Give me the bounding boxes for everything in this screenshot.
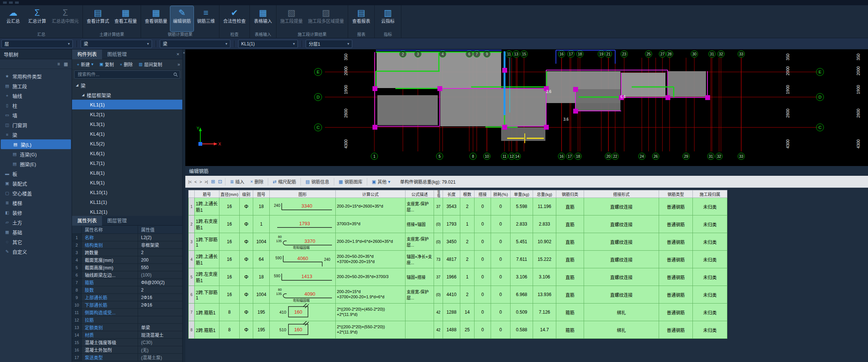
- calc-formula[interactable]: 3700/3+35*d: [336, 215, 405, 233]
- calc-formula[interactable]: 2*((200-2*20)+(450-2*20)) +2*(11.9*d): [336, 304, 405, 321]
- property-value[interactable]: 非框架梁: [138, 241, 182, 248]
- grade-symbol[interactable]: Φ: [240, 198, 253, 215]
- lap[interactable]: 0: [475, 304, 491, 321]
- quantity[interactable]: 25: [460, 321, 475, 339]
- formula-desc[interactable]: 支座宽-保护层...: [405, 286, 434, 304]
- property-value[interactable]: L2(2): [138, 234, 182, 241]
- rebar-name[interactable]: 2跨.左支座筋1: [195, 268, 219, 286]
- quantity[interactable]: 2: [460, 233, 475, 251]
- diameter[interactable]: 8: [219, 304, 240, 321]
- list-view-icon[interactable]: ≡: [57, 61, 60, 67]
- unit-weight[interactable]: 0.588: [511, 321, 533, 339]
- unit-weight[interactable]: 7.611: [511, 251, 533, 268]
- total-weight[interactable]: 14.7: [533, 321, 556, 339]
- unit-weight[interactable]: 3.106: [511, 268, 533, 286]
- property-row[interactable]: 8肢数2: [72, 286, 182, 294]
- unit-weight[interactable]: 5.451: [511, 233, 533, 251]
- property-value[interactable]: 2: [138, 249, 182, 256]
- diameter[interactable]: 8: [219, 321, 240, 339]
- bend-adjust[interactable]: 42: [434, 304, 443, 321]
- tree-item[interactable]: ◢楼层框架梁: [72, 90, 182, 100]
- loss[interactable]: 0: [491, 304, 511, 321]
- ribbon-button[interactable]: ▤查看报表: [350, 6, 373, 31]
- grade-symbol[interactable]: Φ: [240, 321, 253, 339]
- diameter[interactable]: 16: [219, 286, 240, 304]
- tree-item[interactable]: ◢梁: [72, 80, 182, 90]
- tree-item[interactable]: KL2(1): [72, 109, 182, 119]
- row-number[interactable]: 3: [189, 233, 195, 251]
- formula-desc[interactable]: 锚固+搭接: [405, 268, 434, 286]
- record-nav-button[interactable]: >|: [204, 180, 208, 184]
- bend-adjust[interactable]: 73: [434, 251, 443, 268]
- rebar-row[interactable]: 52跨.左支座筋116Φ185901413200-20+50-20+35*d+3…: [189, 268, 727, 286]
- calc-formula[interactable]: 200-20+1.9*d+6*d+2600+35*d: [336, 233, 405, 251]
- undo-icon[interactable]: [9, 1, 13, 4]
- construction-section[interactable]: 未归类: [693, 215, 727, 233]
- record-nav-button[interactable]: |<: [188, 180, 192, 184]
- property-value[interactable]: 550: [138, 264, 182, 271]
- close-icon[interactable]: ×: [183, 51, 185, 55]
- property-row[interactable]: 11侧面构造或受...: [72, 309, 182, 316]
- lap[interactable]: 0: [475, 286, 491, 304]
- sidebar-item[interactable]: ▯柱: [0, 100, 72, 110]
- sidebar-item[interactable]: ▬板: [0, 169, 72, 178]
- sidebar-item[interactable]: ▦基础: [0, 227, 72, 237]
- property-row[interactable]: 17泵送类型(混凝土泵): [72, 354, 182, 361]
- more-icon[interactable]: »: [177, 62, 180, 67]
- locate-icon[interactable]: ⊡: [218, 179, 222, 184]
- row-number[interactable]: 5: [189, 268, 195, 286]
- quantity[interactable]: 2: [460, 198, 475, 215]
- loss[interactable]: 0: [491, 198, 511, 215]
- context-select[interactable]: 梁▾: [81, 40, 152, 48]
- row-number[interactable]: 2: [189, 215, 195, 233]
- steel-type[interactable]: 普通钢筋: [659, 304, 693, 321]
- panel-tab[interactable]: 属性列表: [72, 216, 102, 226]
- lap-type[interactable]: 直螺纹连接: [584, 233, 659, 251]
- shape-diagram[interactable]: 510160: [270, 321, 336, 339]
- lap[interactable]: 0: [475, 198, 491, 215]
- property-value[interactable]: 200: [138, 256, 182, 263]
- rebar-toolbar-button[interactable]: ≣插入: [228, 178, 246, 185]
- shape-number[interactable]: 64: [253, 251, 270, 268]
- quantity[interactable]: 2: [460, 251, 475, 268]
- shape-number[interactable]: 195: [253, 321, 270, 339]
- shape-diagram[interactable]: 1793: [270, 215, 336, 233]
- ribbon-button[interactable]: ≡钢筋三维: [194, 6, 218, 31]
- diameter[interactable]: 16: [219, 198, 240, 215]
- sidebar-item[interactable]: ▤梁(L): [1, 139, 71, 149]
- lap-type[interactable]: 绑扎: [584, 321, 659, 339]
- sidebar-item[interactable]: +轴线: [0, 91, 72, 100]
- table-grid-icon[interactable]: ⊞: [211, 179, 215, 184]
- rebar-row[interactable]: 62跨.下部筋116Φ1004801354090弯钩锚固端200-20+15*d…: [189, 286, 727, 304]
- rebar-class[interactable]: 直筋: [556, 233, 584, 251]
- property-row[interactable]: 6轴线距梁左边...(100): [72, 271, 182, 279]
- sidebar-item[interactable]: ▱土方: [0, 217, 72, 227]
- bend-adjust[interactable]: 37: [434, 198, 443, 215]
- quantity[interactable]: 1: [460, 268, 475, 286]
- tree-item[interactable]: KL12(1): [72, 207, 182, 216]
- sidebar-item[interactable]: ≣楼梯: [0, 198, 72, 208]
- property-value[interactable]: [138, 309, 182, 316]
- context-select[interactable]: 层▾: [2, 40, 73, 48]
- length[interactable]: 1966: [443, 268, 460, 286]
- ribbon-button[interactable]: ▦表格输入: [251, 6, 275, 31]
- sidebar-item[interactable]: ★常用构件类型: [0, 71, 72, 81]
- property-value[interactable]: Φ8@200(2): [138, 279, 182, 286]
- ribbon-button[interactable]: ▤查看计算式: [84, 6, 111, 31]
- total-weight[interactable]: 11.196: [533, 198, 556, 215]
- property-value[interactable]: 2Φ16: [138, 301, 182, 308]
- bend-adjust[interactable]: 37: [434, 268, 443, 286]
- formula-desc[interactable]: 搭接+锚固: [405, 215, 434, 233]
- loss[interactable]: 0: [491, 268, 511, 286]
- panel-tab[interactable]: 构件列表: [72, 49, 102, 59]
- sidebar-item[interactable]: ▤圈梁(E): [0, 159, 72, 169]
- context-select[interactable]: 分层1▾: [306, 40, 352, 48]
- lap-type[interactable]: 直螺纹连接: [584, 286, 659, 304]
- sidebar-item[interactable]: ✎自定义: [0, 247, 72, 256]
- total-weight[interactable]: 13.936: [533, 286, 556, 304]
- rebar-name[interactable]: 1跨.上通长筋1: [195, 198, 219, 215]
- shape-diagram[interactable]: 801354090弯钩锚固端: [270, 286, 336, 304]
- tree-item[interactable]: KL11(1): [72, 197, 182, 207]
- rebar-class[interactable]: 箍筋: [556, 304, 584, 321]
- shape-diagram[interactable]: 5901413: [270, 268, 336, 286]
